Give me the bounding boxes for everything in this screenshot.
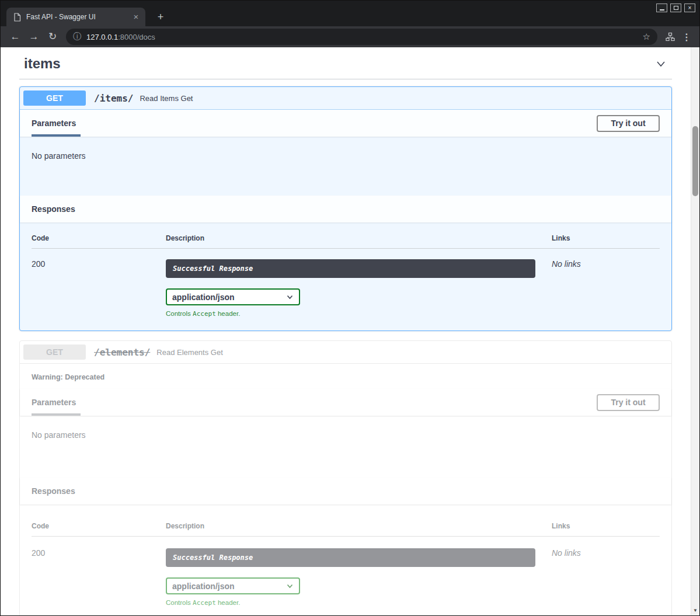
opblock-get-items: GET /items/ Read Items Get Parameters Tr… <box>19 86 672 331</box>
new-tab-button[interactable]: + <box>154 11 168 25</box>
links-column-header: Links <box>552 234 660 242</box>
code-column-header: Code <box>32 234 166 242</box>
address-bar[interactable]: ⓘ 127.0.0.1 :8000/docs ☆ <box>66 29 657 45</box>
close-icon: × <box>688 5 692 11</box>
accept-note-code: Accept <box>193 310 216 318</box>
site-info-icon[interactable]: ⓘ <box>73 32 81 42</box>
accept-header-note: Controls Accept header. <box>166 310 552 318</box>
accept-note-suffix: header. <box>216 310 241 317</box>
links-value: No links <box>552 548 660 607</box>
links-column-header: Links <box>552 522 660 530</box>
responses-body: Code Description Links 200 Successful Re… <box>20 504 671 615</box>
tab-hub-icon[interactable] <box>662 29 678 45</box>
try-it-out-button[interactable]: Try it out <box>597 394 660 411</box>
titlebar: Fast API - Swagger UI × + × <box>1 1 699 26</box>
maximize-icon <box>674 6 678 10</box>
no-parameters-text: No parameters <box>32 151 86 161</box>
forward-button[interactable]: → <box>25 29 43 45</box>
description-column-header: Description <box>166 234 552 242</box>
method-badge: GET <box>23 344 86 360</box>
url-path: :8000/docs <box>118 33 155 41</box>
parameters-body: No parameters <box>20 416 671 478</box>
links-value: No links <box>552 259 660 318</box>
parameters-tab: Parameters <box>32 119 76 128</box>
reload-button[interactable]: ↻ <box>44 29 61 45</box>
method-badge: GET <box>23 91 86 106</box>
operation-summary-text: Read Elements Get <box>156 348 222 357</box>
responses-title: Responses <box>32 204 75 214</box>
accept-note-prefix: Controls <box>166 310 193 317</box>
browser-toolbar: ← → ↻ ⓘ 127.0.0.1 :8000/docs ☆ ⋮ <box>1 26 699 47</box>
accept-note-prefix: Controls <box>166 599 193 606</box>
scrollbar[interactable]: ▼ <box>691 47 699 615</box>
tab-close-icon[interactable]: × <box>131 12 141 22</box>
media-type-select[interactable]: application/json <box>166 577 300 594</box>
url-host: 127.0.0.1 <box>86 33 118 41</box>
page-document-icon <box>13 13 21 22</box>
section-collapse-icon[interactable] <box>654 57 667 70</box>
media-type-value: application/json <box>172 293 235 302</box>
browser-window: Fast API - Swagger UI × + × ← → ↻ ⓘ 127.… <box>0 0 700 616</box>
minimize-icon <box>660 9 664 11</box>
deprecation-warning: Warning: Deprecated <box>20 364 671 389</box>
chevron-down-icon <box>286 293 294 301</box>
no-parameters-text: No parameters <box>32 430 86 440</box>
window-minimize-button[interactable] <box>656 4 667 12</box>
back-button[interactable]: ← <box>6 29 24 45</box>
parameters-header: Parameters Try it out <box>20 110 671 137</box>
media-type-select[interactable]: application/json <box>166 288 300 305</box>
bookmark-star-icon[interactable]: ☆ <box>643 32 650 42</box>
response-description-cell: Successful Response application/json Con… <box>166 548 552 607</box>
operation-summary-text: Read Items Get <box>140 94 193 103</box>
operation-summary[interactable]: GET /elements/ Read Elements Get <box>20 341 671 364</box>
response-row: 200 Successful Response application/json… <box>32 249 660 318</box>
opblock-get-elements-deprecated: GET /elements/ Read Elements Get Warning… <box>19 340 672 615</box>
accept-note-suffix: header. <box>216 599 241 606</box>
try-it-out-button[interactable]: Try it out <box>597 115 660 132</box>
page-content: items GET /items/ Read Items Get Paramet… <box>1 47 699 615</box>
status-code: 200 <box>32 259 166 318</box>
window-controls: × <box>656 4 695 12</box>
tab-title: Fast API - Swagger UI <box>26 13 131 21</box>
response-description-box: Successful Response <box>166 259 535 278</box>
parameters-tab: Parameters <box>32 398 76 407</box>
accept-header-note: Controls Accept header. <box>166 599 552 607</box>
scrollbar-down-arrow[interactable]: ▼ <box>691 607 699 615</box>
parameters-body: No parameters <box>20 137 671 196</box>
window-maximize-button[interactable] <box>670 4 681 12</box>
responses-table-header: Code Description Links <box>32 234 660 249</box>
accept-note-code: Accept <box>193 599 216 607</box>
response-row: 200 Successful Response application/json… <box>32 537 660 607</box>
section-title: items <box>24 55 61 72</box>
tag-section-header: items <box>19 47 672 79</box>
description-column-header: Description <box>166 522 552 530</box>
status-code: 200 <box>32 548 166 607</box>
responses-header: Responses <box>20 478 671 504</box>
operation-path: /items/ <box>94 93 133 104</box>
responses-header: Responses <box>20 196 671 222</box>
operation-summary[interactable]: GET /items/ Read Items Get <box>20 87 671 110</box>
chevron-down-icon <box>286 582 294 590</box>
window-close-button[interactable]: × <box>684 4 695 12</box>
response-description-cell: Successful Response application/json Con… <box>166 259 552 318</box>
swagger-ui: items GET /items/ Read Items Get Paramet… <box>19 47 672 615</box>
responses-body: Code Description Links 200 Successful Re… <box>20 222 671 330</box>
responses-title: Responses <box>32 486 75 496</box>
code-column-header: Code <box>32 522 166 530</box>
browser-tab[interactable]: Fast API - Swagger UI × <box>6 8 145 26</box>
operation-path: /elements/ <box>94 347 150 358</box>
responses-table-header: Code Description Links <box>32 522 660 537</box>
parameters-header: Parameters Try it out <box>20 389 671 416</box>
media-type-value: application/json <box>172 582 235 591</box>
scrollbar-thumb[interactable] <box>692 126 698 196</box>
response-description-box: Successful Response <box>166 548 535 567</box>
browser-menu-icon[interactable]: ⋮ <box>680 32 694 43</box>
